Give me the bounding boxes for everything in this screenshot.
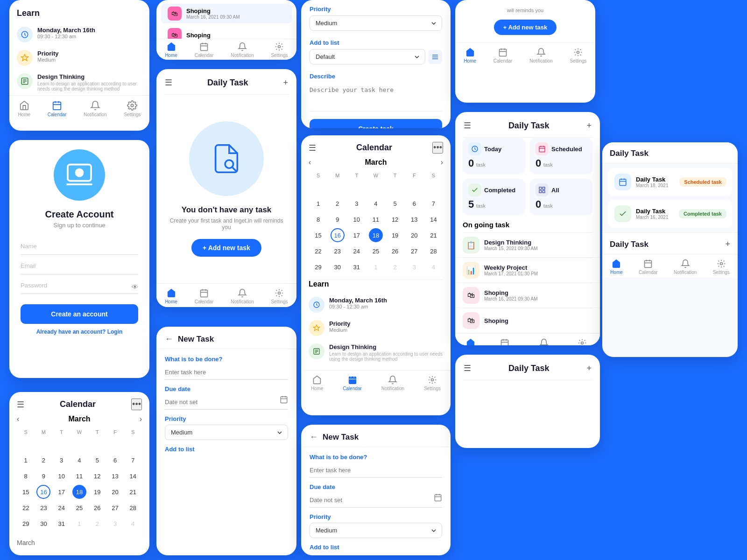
- nav-home-tasks[interactable]: Home: [465, 338, 477, 345]
- cal-next-button[interactable]: ›: [441, 158, 443, 167]
- nav-notification-cal[interactable]: Notification: [381, 375, 404, 391]
- task-row-design[interactable]: 📋 Design Thinking March 15, 2021 09:30 A…: [455, 233, 600, 258]
- cal-menu-button[interactable]: ☰: [309, 143, 316, 153]
- nav-home-comp[interactable]: Home: [610, 259, 623, 275]
- nav-settings-1[interactable]: Settings: [124, 100, 141, 117]
- cal-day-19[interactable]: 19: [388, 228, 402, 242]
- task-row-shopping[interactable]: 🛍 Shoping March 16, 2021 09:30 AM: [455, 283, 600, 308]
- nav-notification-4[interactable]: Notification: [529, 48, 552, 63]
- cal-bottom-prev[interactable]: ‹: [17, 415, 19, 423]
- add-to-list-select[interactable]: Default Work Personal: [310, 49, 425, 64]
- cal-b-9[interactable]: 9: [36, 469, 50, 483]
- nav-settings-comp[interactable]: Settings: [713, 259, 730, 275]
- cal-day-12[interactable]: 12: [388, 212, 402, 226]
- cal-b-14[interactable]: 14: [126, 469, 140, 483]
- cal-day-24[interactable]: 24: [350, 244, 364, 258]
- menu-button-dt2[interactable]: ☰: [464, 363, 471, 373]
- cal-b-28[interactable]: 28: [126, 501, 140, 515]
- cal-day-5[interactable]: 5: [388, 196, 402, 210]
- nav-notification-1[interactable]: Notification: [84, 100, 106, 117]
- cal-day-7[interactable]: 7: [426, 196, 440, 210]
- cal-b-1[interactable]: 1: [19, 453, 33, 467]
- task-row-weekly[interactable]: 📊 Weekly Project March 17, 2021 01:30 PM: [455, 258, 600, 283]
- menu-button-tasks[interactable]: ☰: [464, 120, 471, 131]
- cal-day-23[interactable]: 23: [331, 244, 345, 258]
- eye-button[interactable]: 👁: [132, 283, 138, 291]
- email-input[interactable]: [21, 258, 138, 274]
- cal-day-2[interactable]: 2: [331, 196, 345, 210]
- cal-b-21[interactable]: 21: [126, 485, 140, 499]
- task-input[interactable]: [165, 365, 288, 380]
- nav-home-4[interactable]: Home: [464, 48, 476, 63]
- nav-calendar-2[interactable]: Calendar: [195, 42, 214, 58]
- menu-button-daily[interactable]: ☰: [165, 77, 172, 88]
- cal-b-n2[interactable]: 2: [90, 517, 104, 531]
- nav-calendar-1[interactable]: Calendar: [48, 100, 67, 117]
- cal-day-next-3[interactable]: 3: [407, 260, 421, 274]
- cal-prev-button[interactable]: ‹: [309, 158, 311, 167]
- nav-home-2[interactable]: Home: [165, 42, 177, 58]
- nav-calendar-cal[interactable]: Calendar: [343, 375, 362, 391]
- add-button-tasks[interactable]: +: [586, 121, 592, 131]
- completed-task-item[interactable]: Daily Task March 16, 2021 Completed task: [608, 200, 732, 228]
- cal-day-22[interactable]: 22: [311, 244, 325, 258]
- nav-home-cal[interactable]: Home: [311, 375, 324, 391]
- cal-day-27[interactable]: 27: [407, 244, 421, 258]
- nav-notification-tasks[interactable]: Notification: [532, 338, 555, 345]
- nav-calendar-comp[interactable]: Calendar: [639, 259, 658, 275]
- nav-settings-4[interactable]: Settings: [570, 48, 586, 63]
- cal-day-next-4[interactable]: 4: [426, 260, 440, 274]
- cal-b-3[interactable]: 3: [55, 453, 69, 467]
- nav-settings-6[interactable]: Settings: [271, 288, 288, 304]
- nav-notification-6[interactable]: Notification: [231, 288, 254, 304]
- cal-b-15[interactable]: 15: [19, 485, 33, 499]
- cal-b-22[interactable]: 22: [19, 501, 33, 515]
- name-input[interactable]: [21, 238, 138, 255]
- cal-b-13[interactable]: 13: [108, 469, 122, 483]
- cal-day-11[interactable]: 11: [369, 212, 383, 226]
- calendar-picker-button[interactable]: [280, 395, 288, 405]
- cal-b-n1[interactable]: 1: [72, 517, 86, 531]
- cal-b-29[interactable]: 29: [19, 517, 33, 531]
- cal-b-8[interactable]: 8: [19, 469, 33, 483]
- cal-b-n4[interactable]: 4: [126, 517, 140, 531]
- nav-settings-2[interactable]: Settings: [271, 42, 288, 58]
- cal-day-30[interactable]: 30: [331, 260, 345, 274]
- cal-b-26[interactable]: 26: [90, 501, 104, 515]
- priority-select[interactable]: Medium High Low: [310, 15, 442, 31]
- cal-day-29[interactable]: 29: [311, 260, 325, 274]
- shopping-item-1[interactable]: 🛍 Shoping March 16, 2021 09:30 AM: [161, 4, 292, 23]
- due-date-2-input[interactable]: [310, 493, 434, 504]
- cal-b-2[interactable]: 2: [36, 453, 50, 467]
- nav-calendar-4[interactable]: Calendar: [493, 48, 513, 63]
- cal-b-5[interactable]: 5: [90, 453, 104, 467]
- cal-day-8[interactable]: 8: [311, 212, 325, 226]
- cal-b-6[interactable]: 6: [108, 453, 122, 467]
- nav-calendar-tasks[interactable]: Calendar: [495, 338, 514, 345]
- cal-b-25[interactable]: 25: [72, 501, 86, 515]
- cal-day-18[interactable]: 18: [369, 228, 383, 242]
- cal-b-19[interactable]: 19: [90, 485, 104, 499]
- cal-bottom-menu[interactable]: ☰: [17, 399, 24, 410]
- create-task-button[interactable]: Create task: [310, 119, 442, 128]
- back-button[interactable]: ←: [165, 334, 173, 344]
- cal-bottom-next[interactable]: ›: [140, 415, 142, 423]
- nav-home-6[interactable]: Home: [165, 288, 177, 304]
- nav-home-1[interactable]: Home: [18, 100, 30, 117]
- add-new-task-button-right[interactable]: + Add new task: [494, 20, 557, 35]
- cal-day-15[interactable]: 15: [311, 228, 325, 242]
- cal-b-20[interactable]: 20: [108, 485, 122, 499]
- nav-settings-tasks[interactable]: Settings: [574, 338, 591, 345]
- cal-b-12[interactable]: 12: [90, 469, 104, 483]
- due-date-input[interactable]: [165, 395, 280, 406]
- cal-day-4[interactable]: 4: [369, 196, 383, 210]
- cal-day-6[interactable]: 6: [407, 196, 421, 210]
- cal-b-n3[interactable]: 3: [108, 517, 122, 531]
- list-settings-icon[interactable]: [428, 50, 442, 64]
- task-2-input[interactable]: [310, 463, 442, 478]
- add-button-daily[interactable]: +: [283, 78, 288, 88]
- cal-day-26[interactable]: 26: [388, 244, 402, 258]
- cal-day-25[interactable]: 25: [369, 244, 383, 258]
- cal-b-23[interactable]: 23: [36, 501, 50, 515]
- cal-b-31[interactable]: 31: [55, 517, 69, 531]
